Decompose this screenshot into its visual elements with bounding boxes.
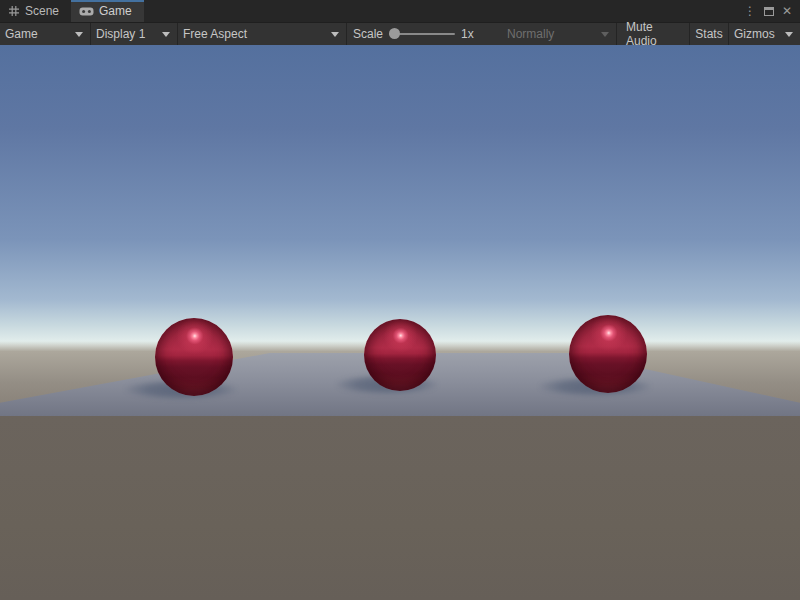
tab-scene-label: Scene [25,4,59,18]
play-focus-menu[interactable]: Normally [502,23,616,45]
game-view-menu[interactable]: Game [0,23,90,45]
gizmos-label: Gizmos [734,27,775,41]
display-menu[interactable]: Display 1 [91,23,177,45]
display-menu-label: Display 1 [96,27,145,41]
game-view-toolbar: Game Display 1 Free Aspect Scale 1x Norm… [0,22,800,45]
maximize-icon[interactable] [764,7,774,16]
unity-game-window: Scene Game ⋮ ✕ Game Display 1 [0,0,800,600]
chevron-down-icon [162,32,170,37]
tab-strip-spacer [144,0,742,22]
tab-game[interactable]: Game [71,0,144,22]
scale-label: Scale [353,27,383,41]
stats-button[interactable]: Stats [690,23,728,45]
red-sphere [364,319,436,391]
scale-value: 1x [461,27,474,41]
scale-slider-knob[interactable] [389,28,400,39]
kebab-menu-icon[interactable]: ⋮ [742,4,758,18]
chevron-down-icon [75,32,83,37]
aspect-ratio-label: Free Aspect [183,27,247,41]
ground-plane-near [0,416,800,600]
gamepad-icon [79,7,94,16]
tab-scene[interactable]: Scene [0,0,71,22]
window-controls: ⋮ ✕ [742,0,800,22]
tab-strip: Scene Game ⋮ ✕ [0,0,800,22]
stats-label: Stats [695,27,722,41]
chevron-down-icon [601,32,609,37]
play-focus-label: Normally [507,27,554,41]
aspect-ratio-menu[interactable]: Free Aspect [178,23,346,45]
close-icon[interactable]: ✕ [780,4,794,18]
gizmos-menu[interactable]: Gizmos [729,23,800,45]
chevron-down-icon [785,32,793,37]
red-sphere [569,315,647,393]
mute-audio-button[interactable]: Mute Audio [617,23,689,45]
toolbar-spacer [480,23,502,45]
chevron-down-icon [331,32,339,37]
red-sphere [155,318,233,396]
scale-slider[interactable] [389,33,455,35]
mute-audio-label: Mute Audio [626,20,680,48]
scale-control: Scale 1x [347,23,480,45]
game-view-menu-label: Game [5,27,38,41]
grid-icon [8,5,20,17]
tab-game-label: Game [99,4,132,18]
game-viewport[interactable] [0,45,800,600]
